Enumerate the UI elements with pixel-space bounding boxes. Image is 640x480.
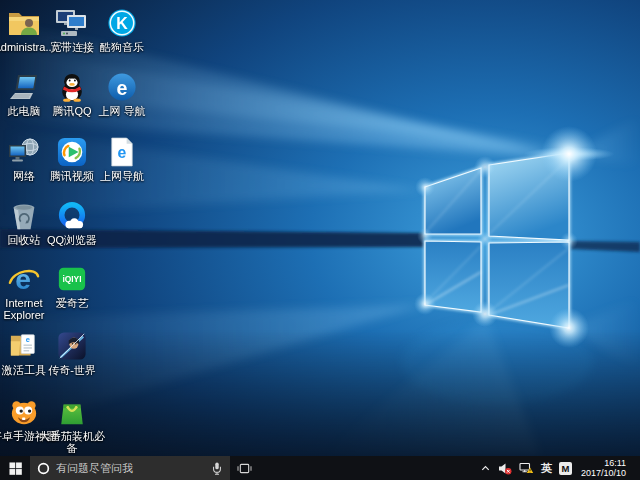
desktop-icon-broadband[interactable]: 宽带连接 [49,6,95,53]
task-view-button[interactable] [230,456,258,480]
desktop-icon-label: 网络 [13,170,35,182]
desktop-icon-web-nav-app[interactable]: e 上网 导航 [99,70,145,117]
cortana-icon [37,462,50,475]
ime-mode-indicator: M [559,462,572,475]
desktop-icon-recycle-bin[interactable]: 回收站 [1,199,47,246]
desktop-icon-tencent-qq[interactable]: 腾讯QQ [49,70,95,117]
this-pc-icon [7,70,41,104]
desktop-icon-label: 激活工具 [2,364,46,376]
taskbar: 有问题尽管问我 [0,456,640,480]
desktop-icon-label: QQ浏览器 [47,234,97,246]
iqiyi-glyph: iQIYI [62,274,81,284]
user-folder-icon [7,6,41,40]
qq-browser-icon [57,199,87,233]
desktop-icon-label: 腾讯视频 [50,170,94,182]
desktop-icon-iqiyi[interactable]: iQIYI 爱奇艺 [49,262,95,309]
broadband-connection-icon [55,6,89,40]
network-warning-icon [519,462,534,475]
ie-e-glyph: e [15,264,31,294]
desktop-icon-kugou[interactable]: K 酷狗音乐 [99,6,145,53]
desktop-icon-label: 此电脑 [8,105,41,117]
speaker-muted-icon [498,462,512,475]
desktop: Administra... 此电脑 网络 [0,0,640,480]
shopping-bag-icon [57,395,87,429]
microphone-icon[interactable] [211,461,223,476]
tray-ime-mode-button[interactable]: M [556,456,575,480]
qq-penguin-icon [57,70,87,104]
windows-logo-icon [9,462,22,475]
recycle-bin-icon [9,199,39,233]
desktop-icon-dafanqie[interactable]: 大番茄装机必备 [39,395,105,454]
desktop-icon-label: 爱奇艺 [56,297,89,309]
desktop-wallpaper [0,0,640,456]
tray-show-hidden-icons-button[interactable] [477,456,494,480]
desktop-icon-label: 宽带连接 [50,41,94,53]
desktop-icon-label: 上网 导航 [98,105,145,117]
clock[interactable]: 16:11 2017/10/10 [576,458,633,479]
doc-e-glyph: e [118,145,127,162]
desktop-icon-label: 传奇-世界 [48,364,96,376]
search-input[interactable]: 有问题尽管问我 [30,456,230,480]
desktop-icon-web-nav-doc[interactable]: e 上网导航 [99,135,145,182]
task-view-icon [237,462,252,475]
browser-e-circle-icon: e [107,70,137,104]
tencent-video-icon [57,135,87,169]
kugou-k-glyph: K [116,15,128,32]
browser-e-document-icon: e [109,135,135,169]
desktop-icon-administrator[interactable]: Administra... [1,6,47,53]
activation-e-glyph: e [26,335,30,344]
legend-world-game-icon [57,329,87,363]
desktop-icon-label: 腾讯QQ [52,105,91,117]
system-tray: 英 M 16:11 2017/10/10 [477,456,640,480]
desktop-icon-label: 回收站 [8,234,41,246]
desktop-icon-label: 上网导航 [100,170,144,182]
tray-ime-language-button[interactable]: 英 [538,456,555,480]
activation-tool-icon: e [9,329,39,363]
desktop-icon-activation-tool[interactable]: e 激活工具 [1,329,47,376]
desktop-icon-label: 大番茄装机必备 [39,430,105,454]
clock-date: 2017/10/10 [581,468,626,479]
desktop-icon-legend-world[interactable]: 传奇-世界 [49,329,95,376]
desktop-icon-qq-browser[interactable]: QQ浏览器 [49,199,95,246]
desktop-icon-label: 酷狗音乐 [100,41,144,53]
tray-network-button[interactable] [516,456,537,480]
kugou-music-icon: K [107,6,137,40]
internet-explorer-icon: e [8,262,40,296]
clock-time: 16:11 [604,458,626,469]
nav-e-glyph: e [117,77,128,99]
tray-volume-button[interactable] [495,456,515,480]
desktop-icon-label: Internet Explorer [1,297,47,321]
desktop-icon-label: Administra... [0,41,55,53]
monster-app-icon [9,395,39,429]
desktop-icon-this-pc[interactable]: 此电脑 [1,70,47,117]
taskbar-empty-area [258,456,477,480]
desktop-icon-tencent-video[interactable]: 腾讯视频 [49,135,95,182]
ime-language-indicator: 英 [541,461,552,476]
search-placeholder: 有问题尽管问我 [56,461,205,476]
iqiyi-icon: iQIYI [57,262,87,296]
network-icon [7,135,41,169]
chevron-up-icon [480,463,491,474]
desktop-icon-internet-explorer[interactable]: e Internet Explorer [1,262,47,321]
start-button[interactable] [0,456,30,480]
desktop-icon-network[interactable]: 网络 [1,135,47,182]
